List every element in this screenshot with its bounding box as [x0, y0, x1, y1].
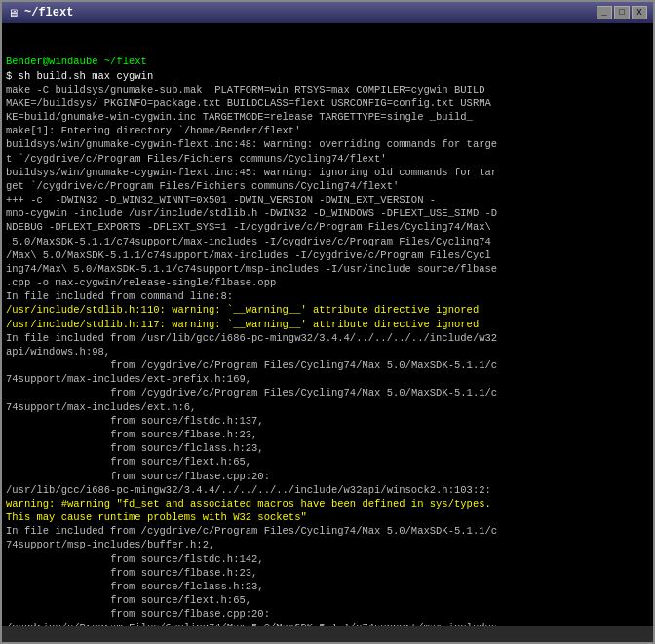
- window-controls[interactable]: _ □ X: [597, 6, 647, 19]
- titlebar: 🖥 ~/flext _ □ X: [2, 2, 653, 23]
- terminal-line: In file included from /usr/lib/gcc/i686-…: [6, 331, 649, 345]
- terminal-line: In file included from /cygdrive/c/Progra…: [6, 524, 649, 538]
- terminal-line: make -C buildsys/gnumake-sub.mak PLATFOR…: [6, 83, 649, 96]
- terminal-line: from source/flstdc.h:137,: [6, 414, 649, 428]
- terminal-line: /usr/lib/gcc/i686-pc-mingw32/3.4.4/../..…: [6, 483, 649, 497]
- terminal-line: from source/flstdc.h:142,: [6, 552, 649, 566]
- terminal-line: from source/flbase.h:23,: [6, 428, 649, 441]
- terminal-line: buildsys/win/gnumake-cygwin-flext.inc:48…: [6, 137, 649, 151]
- terminal-line: This may cause runtime problems with W32…: [6, 511, 649, 524]
- terminal-line: from source/flext.h:65,: [6, 455, 649, 469]
- terminal-line: 74support/max-includes/ext-prefix.h:169,: [6, 372, 649, 386]
- statusbar: [2, 626, 653, 642]
- terminal-line: get `/cygdrive/c/Program Files/Fichiers …: [6, 179, 649, 193]
- terminal-line: from source/flbase.cpp:20:: [6, 607, 649, 621]
- window-title: ~/flext: [24, 6, 73, 19]
- terminal-line: ing74/Max\ 5.0/MaxSDK-5.1.1/c74support/m…: [6, 262, 649, 276]
- terminal-line: 74support/msp-includes/buffer.h:2,: [6, 538, 649, 551]
- terminal-line: api/windows.h:98,: [6, 345, 649, 359]
- terminal-line: from source/flclass.h:23,: [6, 580, 649, 593]
- close-button[interactable]: X: [632, 6, 647, 19]
- terminal-line: .cpp -o max-cygwin/release-single/flbase…: [6, 276, 649, 289]
- terminal-line: mno-cygwin -include /usr/include/stdlib.…: [6, 207, 649, 220]
- terminal-line: from /cygdrive/c/Program Files/Cycling74…: [6, 359, 649, 372]
- terminal-icon: 🖥: [8, 7, 19, 19]
- terminal-window: 🖥 ~/flext _ □ X Bender@windaube ~/flext$…: [0, 0, 655, 644]
- terminal-line: from source/flbase.cpp:20:: [6, 470, 649, 483]
- titlebar-left: 🖥 ~/flext: [8, 6, 73, 19]
- terminal-line: make[1]: Entering directory `/home/Bende…: [6, 124, 649, 137]
- terminal-line: from source/flext.h:65,: [6, 593, 649, 607]
- terminal-line: from /cygdrive/c/Program Files/Cycling74…: [6, 386, 649, 399]
- terminal-line: /Max\ 5.0/MaxSDK-5.1.1/c74support/max-in…: [6, 248, 649, 262]
- terminal-line: In file included from command line:8:: [6, 289, 649, 303]
- terminal-line: KE=build/gnumake-win-cygwin.inc TARGETMO…: [6, 110, 649, 124]
- terminal-line: NDEBUG -DFLEXT_EXPORTS -DFLEXT_SYS=1 -I/…: [6, 220, 649, 234]
- terminal-line: Bender@windaube ~/flext: [6, 55, 649, 68]
- terminal-line: MAKE=/buildsys/ PKGINFO=package.txt BUIL…: [6, 96, 649, 110]
- terminal-line: t `/cygdrive/c/Program Files/Fichiers co…: [6, 152, 649, 166]
- terminal-line: from source/flclass.h:23,: [6, 441, 649, 455]
- terminal-line: 74support/max-includes/ext.h:6,: [6, 400, 649, 414]
- terminal-line: /usr/include/stdlib.h:110: warning: `__w…: [6, 303, 649, 317]
- terminal-body[interactable]: Bender@windaube ~/flext$ sh build.sh max…: [2, 23, 653, 626]
- terminal-line: $ sh build.sh max cygwin: [6, 69, 649, 83]
- terminal-line: warning: #warning "fd_set and associated…: [6, 497, 649, 511]
- terminal-line: buildsys/win/gnumake-cygwin-flext.inc:45…: [6, 166, 649, 179]
- terminal-line: from source/flbase.h:23,: [6, 566, 649, 580]
- terminal-line: /usr/include/stdlib.h:117: warning: `__w…: [6, 318, 649, 331]
- minimize-button[interactable]: _: [597, 6, 612, 19]
- maximize-button[interactable]: □: [614, 6, 630, 19]
- terminal-line: +++ -c -DWIN32 -D_WIN32_WINNT=0x501 -DWI…: [6, 193, 649, 207]
- terminal-line: 5.0/MaxSDK-5.1.1/c74support/max-includes…: [6, 235, 649, 248]
